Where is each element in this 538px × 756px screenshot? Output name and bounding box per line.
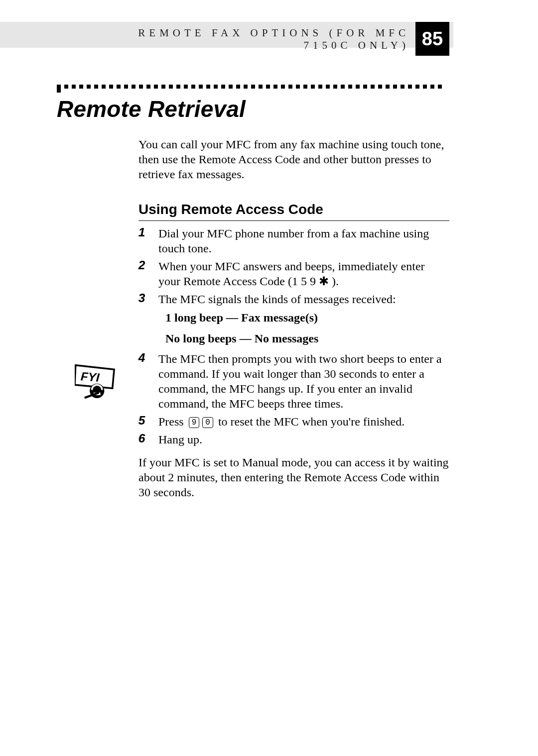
page-number: 85 <box>415 22 449 56</box>
section-title: Remote Retrieval <box>57 96 246 122</box>
step-1: 1 Dial your MFC phone number from a fax … <box>138 226 449 256</box>
step-6: 6 Hang up. <box>138 432 449 447</box>
svg-text:FYI: FYI <box>80 369 101 384</box>
fyi-note: If your MFC is set to Manual mode, you c… <box>138 455 449 500</box>
key-sequence: 9 0 <box>189 417 213 428</box>
star-symbol: ✱ <box>319 275 329 288</box>
step-text: When your MFC answers and beeps, immedia… <box>158 259 449 289</box>
step-text-a: When your MFC answers and beeps, immedia… <box>158 260 425 288</box>
step-text: Dial your MFC phone number from a fax ma… <box>158 226 449 256</box>
step-text: Press 9 0 to reset the MFC when you're f… <box>158 414 449 429</box>
dotted-rule <box>57 85 449 90</box>
step-number: 5 <box>138 414 152 428</box>
fyi-icon: FYI <box>75 364 118 401</box>
page: REMOTE FAX OPTIONS (FOR MFC 7150C ONLY) … <box>0 0 538 756</box>
subsection-heading: Using Remote Access Code <box>138 202 449 217</box>
step-5: 5 Press 9 0 to reset the MFC when you're… <box>138 414 449 429</box>
step-text: The MFC then prompts you with two short … <box>158 351 449 411</box>
step-3-beep-line-1: 1 long beep — Fax message(s) <box>165 310 449 325</box>
key-0: 0 <box>202 417 213 428</box>
step-text-b: ). <box>329 275 339 288</box>
step-number: 3 <box>138 291 152 305</box>
step-3-beep-line-2: No long beeps — No messages <box>165 330 449 346</box>
step-number: 1 <box>138 225 152 239</box>
body-content: You can call your MFC from any fax machi… <box>138 137 449 500</box>
step-3: 3 The MFC signals the kinds of messages … <box>138 292 449 307</box>
step-text: Hang up. <box>158 432 449 447</box>
step-number: 4 <box>138 351 152 365</box>
step-2: 2 When your MFC answers and beeps, immed… <box>138 259 449 289</box>
running-head: REMOTE FAX OPTIONS (FOR MFC 7150C ONLY) <box>111 27 409 52</box>
step-number: 6 <box>138 432 152 445</box>
step-5-text-b: to reset the MFC when you're finished. <box>218 415 404 428</box>
intro-paragraph: You can call your MFC from any fax machi… <box>138 137 449 182</box>
step-4: 4 The MFC then prompts you with two shor… <box>138 351 449 411</box>
key-9: 9 <box>189 417 200 428</box>
step-number: 2 <box>138 258 152 272</box>
step-text: The MFC signals the kinds of messages re… <box>158 292 449 307</box>
heading-rule <box>138 220 449 221</box>
step-5-text-a: Press <box>158 415 187 428</box>
